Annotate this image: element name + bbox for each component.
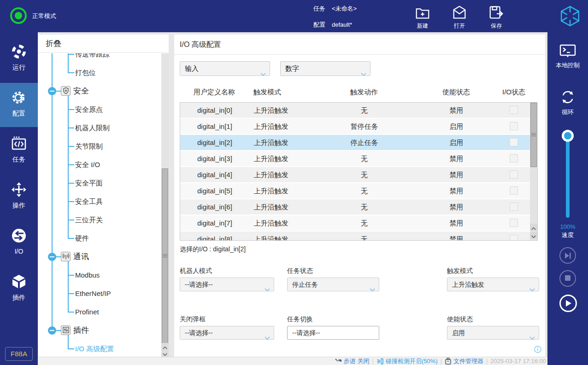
tree-item-安全[interactable]: 安全 [38, 82, 161, 100]
cell-trigger-action: 暂停任务 [314, 119, 415, 134]
task-state-select[interactable]: 停止任务 [287, 278, 379, 291]
save-button[interactable]: 保存 [482, 3, 511, 30]
file-manager-button[interactable]: 文件管理器 [445, 357, 483, 365]
robot-mode-label: 机器人模式 [180, 267, 212, 275]
tree-item-机器人限制[interactable]: 机器人限制 [38, 119, 161, 137]
trigger-mode-select[interactable]: 上升沿触发 [447, 278, 539, 291]
table-row[interactable]: digital_in[6]上升沿触发无禁用 [180, 199, 530, 215]
io-state-checkbox[interactable] [510, 186, 518, 195]
io-state-checkbox[interactable] [510, 235, 518, 241]
tree-collapse-header[interactable]: 折叠 [38, 35, 169, 53]
info-icon[interactable] [534, 346, 541, 355]
collision-detect-status[interactable]: 碰撞检测开启(50%) [376, 357, 438, 365]
chevron-down-icon [370, 283, 375, 296]
io-state-checkbox[interactable] [510, 170, 518, 179]
table-row[interactable]: digital_in[4]上升沿触发无禁用 [180, 167, 530, 183]
enable-state-value: 启用 [452, 329, 465, 336]
tree-item-安全原点[interactable]: 安全原点 [38, 100, 161, 119]
table-scrollbar-thumb[interactable] [530, 103, 537, 167]
table-row[interactable]: digital_in[8]上升沿触发无禁用 [180, 232, 530, 241]
io-state-checkbox[interactable] [510, 219, 518, 227]
close-popup-select[interactable]: --请选择-- [180, 326, 274, 340]
tree-item-硬件[interactable]: 硬件 [38, 229, 161, 248]
table-row[interactable]: digital_in[3]上升沿触发无禁用 [180, 151, 530, 167]
tree-leaf-label: 三位开关 [75, 211, 103, 229]
save-icon [482, 4, 511, 21]
step-forward-button[interactable] [559, 247, 576, 264]
tree-leaf-label: 打包位 [75, 64, 96, 82]
chevron-down-icon [163, 353, 167, 356]
new-button[interactable]: 新建 [408, 3, 437, 30]
cycle-button[interactable]: 循环 [547, 89, 588, 116]
table-scroll-down-button[interactable] [530, 232, 537, 239]
task-line: 任务<未命名> [313, 5, 357, 13]
sidebar-item-task[interactable]: 任务 [0, 129, 38, 173]
table-scrollbar[interactable] [530, 103, 537, 240]
tree-scroll-down-button[interactable] [161, 350, 169, 357]
collapse-toggle-icon[interactable] [48, 253, 56, 261]
tree-node-label: 安全 [73, 82, 89, 100]
tree-item-profinet[interactable]: Profinet [38, 303, 161, 321]
tree-item-安全工具[interactable]: 安全工具 [38, 192, 161, 211]
io-state-checkbox[interactable] [510, 138, 518, 146]
table-row[interactable]: digital_in[0]上升沿触发无禁用 [180, 103, 530, 119]
sidebar-item-config[interactable]: 配置 [0, 83, 38, 127]
tree-item-通讯[interactable]: 通讯 [38, 248, 161, 266]
tree-scroll-up-button[interactable] [161, 343, 169, 350]
tree-trunk-line [52, 211, 53, 229]
tree-item-打包位[interactable]: 打包位 [38, 64, 161, 82]
tree-connector [68, 275, 74, 276]
tree-item-安全平面[interactable]: 安全平面 [38, 174, 161, 192]
io-state-checkbox[interactable] [510, 122, 518, 130]
table-scroll-up-button[interactable] [530, 224, 537, 231]
task-switch-input[interactable]: --请选择-- [287, 326, 379, 340]
cell-user-name: digital_in[1] [180, 119, 249, 134]
cell-trigger-action: 停止任务 [314, 135, 415, 150]
tree-connector [68, 109, 74, 110]
tree-item-三位开关[interactable]: 三位开关 [38, 211, 161, 229]
table-row[interactable]: digital_in[1]上升沿触发暂停任务启用 [180, 119, 530, 135]
speed-slider-track[interactable] [566, 136, 570, 218]
stop-button[interactable] [559, 270, 576, 287]
sidebar-item-io[interactable]: I/O [0, 221, 38, 265]
tree-item-关节限制[interactable]: 关节限制 [38, 137, 161, 156]
cell-enable-state: 禁用 [415, 151, 498, 166]
tree-trunk-line [52, 192, 53, 211]
config-line: 配置default* [313, 21, 352, 29]
table-row[interactable]: digital_in[5]上升沿触发无禁用 [180, 183, 530, 199]
chevron-down-icon [529, 283, 535, 296]
sidebar-item-run[interactable]: 运行 [0, 37, 38, 81]
tree-item-i-o-高级配置[interactable]: I/O 高级配置 [38, 340, 161, 357]
io-state-checkbox[interactable] [510, 203, 518, 211]
tree-item-modbus[interactable]: Modbus [38, 266, 161, 284]
robot-id-badge[interactable]: F88A [5, 347, 33, 361]
tree-scrollbar-thumb[interactable] [162, 168, 168, 343]
robot-mode-select[interactable]: --请选择-- [180, 278, 274, 291]
step-mode-status[interactable]: 步进 关闭 [335, 357, 370, 365]
collapse-toggle-icon[interactable] [48, 326, 56, 335]
tree-item-传送带跟踪[interactable]: 传送带跟踪 [38, 53, 161, 64]
enable-state-select[interactable]: 启用 [447, 326, 539, 340]
play-button[interactable] [559, 295, 577, 312]
table-row[interactable]: digital_in[7]上升沿触发无禁用 [180, 215, 530, 232]
open-button[interactable]: 打开 [445, 3, 474, 30]
cycle-icon [559, 89, 576, 105]
tree-scrollbar[interactable] [161, 53, 169, 357]
io-state-checkbox[interactable] [510, 106, 518, 114]
sidebar-item-plugin[interactable]: 插件 [0, 267, 38, 311]
cell-user-name: digital_in[2] [180, 135, 249, 150]
tree-item-插件[interactable]: 插件 [38, 321, 161, 340]
tree-branch-line [68, 53, 69, 64]
io-direction-select[interactable]: 输入 [180, 61, 270, 76]
sidebar-item-jog[interactable]: 操作 [0, 175, 38, 219]
local-control-button[interactable]: 本地控制 [547, 44, 588, 70]
tree-item-安全-i-o[interactable]: 安全 I/O [38, 156, 161, 174]
tree-item-ethernet-ip[interactable]: EtherNet/IP [38, 284, 161, 303]
task-switch-value: --请选择-- [292, 329, 320, 336]
collapse-toggle-icon[interactable] [48, 87, 56, 95]
table-row[interactable]: digital_in[2]上升沿触发停止任务启用 [180, 135, 530, 151]
speed-slider-handle[interactable] [562, 130, 574, 142]
io-state-checkbox[interactable] [510, 154, 518, 162]
io-type-select[interactable]: 数字 [280, 61, 370, 76]
tree-connector [68, 312, 74, 313]
